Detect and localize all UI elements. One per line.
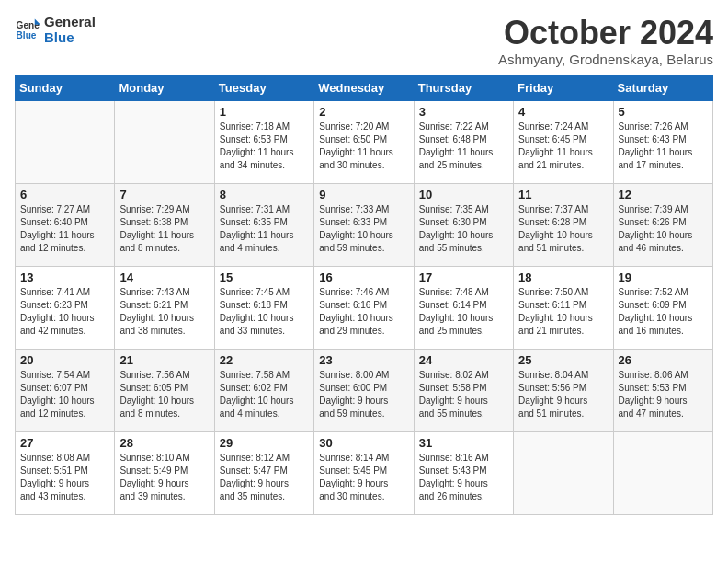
day-cell: 4Sunrise: 7:24 AM Sunset: 6:45 PM Daylig… <box>514 100 613 183</box>
logo-line1: General <box>44 15 96 30</box>
day-info: Sunrise: 7:56 AM Sunset: 6:05 PM Dayligh… <box>119 369 209 420</box>
day-cell: 18Sunrise: 7:50 AM Sunset: 6:11 PM Dayli… <box>514 266 613 349</box>
day-cell: 14Sunrise: 7:43 AM Sunset: 6:21 PM Dayli… <box>115 266 214 349</box>
weekday-header-saturday: Saturday <box>613 75 712 100</box>
day-number: 14 <box>119 270 209 284</box>
day-cell: 23Sunrise: 8:00 AM Sunset: 6:00 PM Dayli… <box>314 349 414 431</box>
day-cell: 30Sunrise: 8:14 AM Sunset: 5:45 PM Dayli… <box>314 431 414 514</box>
day-cell: 2Sunrise: 7:20 AM Sunset: 6:50 PM Daylig… <box>314 100 414 183</box>
day-number: 30 <box>319 436 408 450</box>
day-info: Sunrise: 7:33 AM Sunset: 6:33 PM Dayligh… <box>319 203 408 255</box>
day-cell: 10Sunrise: 7:35 AM Sunset: 6:30 PM Dayli… <box>414 183 513 266</box>
day-number: 18 <box>518 270 608 284</box>
page-header: General Blue General Blue October 2024 A… <box>15 15 713 67</box>
day-cell: 12Sunrise: 7:39 AM Sunset: 6:26 PM Dayli… <box>613 183 712 266</box>
day-info: Sunrise: 8:04 AM Sunset: 5:56 PM Dayligh… <box>518 369 608 420</box>
day-cell: 1Sunrise: 7:18 AM Sunset: 6:53 PM Daylig… <box>214 100 313 183</box>
title-block: October 2024 Ashmyany, Grodnenskaya, Bel… <box>498 15 713 67</box>
week-row-3: 13Sunrise: 7:41 AM Sunset: 6:23 PM Dayli… <box>16 266 713 349</box>
day-info: Sunrise: 7:45 AM Sunset: 6:18 PM Dayligh… <box>220 286 309 338</box>
weekday-header-thursday: Thursday <box>414 75 513 100</box>
day-number: 11 <box>518 188 608 201</box>
weekday-header-sunday: Sunday <box>16 75 115 100</box>
day-number: 20 <box>20 353 109 367</box>
day-cell: 11Sunrise: 7:37 AM Sunset: 6:28 PM Dayli… <box>514 183 613 266</box>
day-cell: 17Sunrise: 7:48 AM Sunset: 6:14 PM Dayli… <box>414 266 513 349</box>
day-number: 23 <box>319 353 408 367</box>
day-cell: 9Sunrise: 7:33 AM Sunset: 6:33 PM Daylig… <box>314 183 414 266</box>
weekday-header-row: SundayMondayTuesdayWednesdayThursdayFrid… <box>16 75 713 100</box>
day-info: Sunrise: 7:50 AM Sunset: 6:11 PM Dayligh… <box>518 286 608 338</box>
day-cell: 28Sunrise: 8:10 AM Sunset: 5:49 PM Dayli… <box>115 431 214 514</box>
calendar-table: SundayMondayTuesdayWednesdayThursdayFrid… <box>15 75 713 515</box>
day-number: 4 <box>518 105 608 119</box>
day-number: 5 <box>619 105 708 119</box>
day-number: 25 <box>518 353 608 367</box>
day-number: 22 <box>220 353 309 367</box>
day-number: 27 <box>20 436 109 450</box>
day-number: 19 <box>619 270 708 284</box>
day-info: Sunrise: 7:26 AM Sunset: 6:43 PM Dayligh… <box>619 121 708 172</box>
day-cell: 22Sunrise: 7:58 AM Sunset: 6:02 PM Dayli… <box>214 349 313 431</box>
svg-text:Blue: Blue <box>17 30 37 40</box>
day-number: 31 <box>419 436 508 450</box>
day-info: Sunrise: 7:24 AM Sunset: 6:45 PM Dayligh… <box>518 121 608 172</box>
week-row-5: 27Sunrise: 8:08 AM Sunset: 5:51 PM Dayli… <box>16 431 713 514</box>
day-info: Sunrise: 7:29 AM Sunset: 6:38 PM Dayligh… <box>119 203 209 255</box>
day-number: 10 <box>419 188 508 201</box>
day-info: Sunrise: 8:14 AM Sunset: 5:45 PM Dayligh… <box>319 452 408 503</box>
day-cell: 3Sunrise: 7:22 AM Sunset: 6:48 PM Daylig… <box>414 100 513 183</box>
day-cell: 5Sunrise: 7:26 AM Sunset: 6:43 PM Daylig… <box>613 100 712 183</box>
day-cell: 19Sunrise: 7:52 AM Sunset: 6:09 PM Dayli… <box>613 266 712 349</box>
day-number: 2 <box>319 105 408 119</box>
day-info: Sunrise: 8:06 AM Sunset: 5:53 PM Dayligh… <box>619 369 708 420</box>
day-number: 26 <box>619 353 708 367</box>
day-cell: 24Sunrise: 8:02 AM Sunset: 5:58 PM Dayli… <box>414 349 513 431</box>
day-info: Sunrise: 7:22 AM Sunset: 6:48 PM Dayligh… <box>419 121 508 172</box>
logo-line2: Blue <box>44 30 96 46</box>
calendar-subtitle: Ashmyany, Grodnenskaya, Belarus <box>498 52 713 67</box>
day-number: 13 <box>20 270 109 284</box>
day-number: 28 <box>119 436 209 450</box>
day-cell: 13Sunrise: 7:41 AM Sunset: 6:23 PM Dayli… <box>16 266 115 349</box>
day-number: 7 <box>119 188 209 201</box>
day-number: 1 <box>220 105 309 119</box>
day-info: Sunrise: 7:46 AM Sunset: 6:16 PM Dayligh… <box>319 286 408 338</box>
weekday-header-monday: Monday <box>115 75 214 100</box>
day-info: Sunrise: 8:08 AM Sunset: 5:51 PM Dayligh… <box>20 452 109 503</box>
day-number: 29 <box>220 436 309 450</box>
day-info: Sunrise: 7:35 AM Sunset: 6:30 PM Dayligh… <box>419 203 508 255</box>
day-number: 8 <box>220 188 309 201</box>
weekday-header-tuesday: Tuesday <box>214 75 313 100</box>
day-info: Sunrise: 7:20 AM Sunset: 6:50 PM Dayligh… <box>319 121 408 172</box>
day-cell: 26Sunrise: 8:06 AM Sunset: 5:53 PM Dayli… <box>613 349 712 431</box>
day-cell <box>16 100 115 183</box>
day-cell: 15Sunrise: 7:45 AM Sunset: 6:18 PM Dayli… <box>214 266 313 349</box>
day-info: Sunrise: 8:10 AM Sunset: 5:49 PM Dayligh… <box>119 452 209 503</box>
day-cell <box>115 100 214 183</box>
day-cell: 8Sunrise: 7:31 AM Sunset: 6:35 PM Daylig… <box>214 183 313 266</box>
day-number: 6 <box>20 188 109 201</box>
day-cell <box>613 431 712 514</box>
weekday-header-wednesday: Wednesday <box>314 75 414 100</box>
day-cell: 16Sunrise: 7:46 AM Sunset: 6:16 PM Dayli… <box>314 266 414 349</box>
day-info: Sunrise: 7:48 AM Sunset: 6:14 PM Dayligh… <box>419 286 508 338</box>
day-number: 24 <box>419 353 508 367</box>
day-cell: 7Sunrise: 7:29 AM Sunset: 6:38 PM Daylig… <box>115 183 214 266</box>
day-info: Sunrise: 8:00 AM Sunset: 6:00 PM Dayligh… <box>319 369 408 420</box>
day-info: Sunrise: 8:02 AM Sunset: 5:58 PM Dayligh… <box>419 369 508 420</box>
day-number: 3 <box>419 105 508 119</box>
day-info: Sunrise: 7:31 AM Sunset: 6:35 PM Dayligh… <box>220 203 309 255</box>
day-number: 12 <box>619 188 708 201</box>
day-number: 15 <box>220 270 309 284</box>
week-row-2: 6Sunrise: 7:27 AM Sunset: 6:40 PM Daylig… <box>16 183 713 266</box>
day-info: Sunrise: 8:12 AM Sunset: 5:47 PM Dayligh… <box>220 452 309 503</box>
day-number: 9 <box>319 188 408 201</box>
day-cell: 6Sunrise: 7:27 AM Sunset: 6:40 PM Daylig… <box>16 183 115 266</box>
day-cell: 20Sunrise: 7:54 AM Sunset: 6:07 PM Dayli… <box>16 349 115 431</box>
week-row-1: 1Sunrise: 7:18 AM Sunset: 6:53 PM Daylig… <box>16 100 713 183</box>
logo: General Blue General Blue <box>15 15 96 45</box>
day-info: Sunrise: 7:54 AM Sunset: 6:07 PM Dayligh… <box>20 369 109 420</box>
day-cell: 29Sunrise: 8:12 AM Sunset: 5:47 PM Dayli… <box>214 431 313 514</box>
week-row-4: 20Sunrise: 7:54 AM Sunset: 6:07 PM Dayli… <box>16 349 713 431</box>
